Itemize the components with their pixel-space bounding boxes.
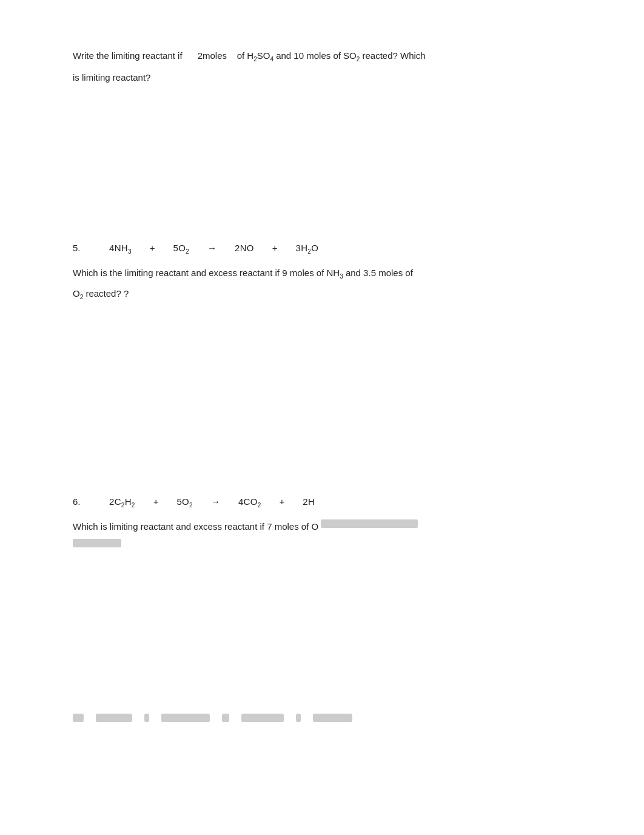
q5-plus2: + [272,243,278,253]
question-5-text2: O2 reacted? ? [73,286,571,302]
question-5-block: 5. 4NH3 + 5O2 → 2NO + 3H2O Which is the … [73,243,571,302]
question-6-text: Which is limiting reactant and excess re… [73,519,571,534]
q6-prompt: Which is limiting reactant and excess re… [73,521,318,532]
q5-and: and 3.5 moles of [346,268,413,278]
q5-arrow: → [207,243,216,253]
q6-term3: 4CO2 [238,496,261,509]
q6-plus2: + [280,496,285,507]
q7-t3-blurred [241,714,284,722]
q5-o2: O2 reacted? ? [73,288,129,299]
q6-blurred1 [321,519,418,528]
q6-term4: 2H [303,496,315,507]
q6-term2: 5O2 [176,496,193,509]
q7-p2-blurred [296,714,301,722]
q4-moles: 2moles [198,50,227,61]
q7-t4-blurred [313,714,352,722]
question-6-block: 6. 2C2H2 + 5O2 → 4CO2 + 2H Which is limi… [73,496,571,553]
q6-arrow: → [211,496,220,507]
spacer-2b [73,436,571,496]
q7-t2-blurred [161,714,210,722]
q4-end: is limiting reactant? [73,72,150,83]
equation-6: 6. 2C2H2 + 5O2 → 4CO2 + 2H [73,496,571,509]
q6-plus1: + [153,496,159,507]
question-6-text2 [73,539,571,553]
question-5-text: Which is the limiting reactant and exces… [73,266,571,282]
spacer-1 [73,121,571,243]
equation-5: 5. 4NH3 + 5O2 → 2NO + 3H2O [73,243,571,255]
question-4-block: Write the limiting reactant if 2moles of… [73,49,571,85]
question-7-block [73,714,571,722]
question-4-text2: is limiting reactant? [73,70,571,85]
q6-blurred2 [73,539,121,547]
q5-number: 5. [73,243,91,253]
q7-p1-blurred [144,714,149,722]
q6-term1: 2C2H2 [109,496,135,509]
q5-term3: 2NO [235,243,254,253]
q4-prompt1: Write the limiting reactant if [73,50,183,61]
q4-of: of H2SO4 and 10 moles of SO2 reacted? Wh… [237,50,426,61]
q5-term1: 4NH3 [109,243,132,255]
q7-num-blurred [73,714,84,722]
q7-t1-blurred [96,714,132,722]
q7-arrow-blurred [222,714,229,722]
q5-plus1: + [150,243,155,253]
spacer-3 [73,590,571,711]
q5-term2: 5O2 [173,243,190,255]
question-4-text: Write the limiting reactant if 2moles of… [73,49,571,64]
q6-number: 6. [73,496,91,507]
spacer-2 [73,339,571,436]
q7-equation-blurred [73,714,571,722]
q5-nh3-sub: 3 [340,273,343,280]
q5-term4: 3H2O [296,243,319,255]
q5-prompt: Which is the limiting reactant and exces… [73,268,340,278]
